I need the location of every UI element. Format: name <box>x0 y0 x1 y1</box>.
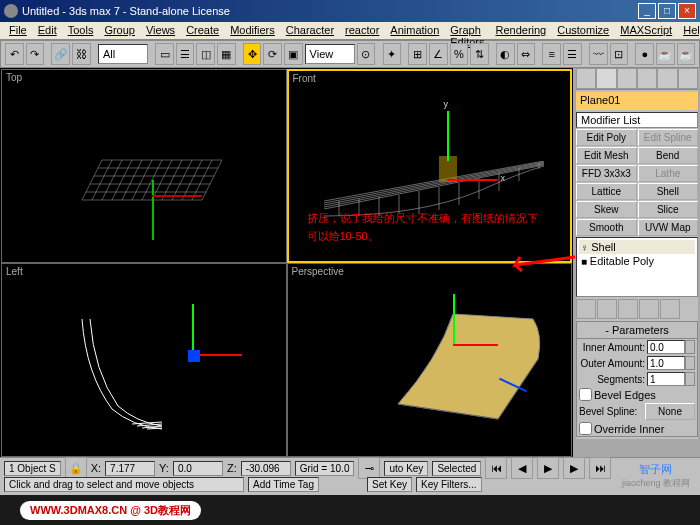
y-field[interactable]: 0.0 <box>173 461 223 476</box>
render-scene-icon[interactable]: ☕ <box>656 43 675 65</box>
menu-help[interactable]: Help <box>678 22 700 39</box>
menu-file[interactable]: File <box>4 22 32 39</box>
spinner-snap-icon[interactable]: ⇅ <box>470 43 489 65</box>
menu-reactor[interactable]: reactor <box>340 22 384 39</box>
mod-ffd[interactable]: FFD 3x3x3 <box>576 165 637 182</box>
layers-icon[interactable]: ☰ <box>563 43 582 65</box>
viewport-left[interactable]: Left <box>1 263 287 457</box>
time-tag[interactable]: Add Time Tag <box>248 477 319 492</box>
menu-group[interactable]: Group <box>99 22 140 39</box>
bevel-spline-button[interactable]: None <box>645 403 695 420</box>
mod-shell[interactable]: Shell <box>638 183 699 200</box>
maximize-button[interactable]: □ <box>658 3 676 19</box>
display-tab-icon[interactable] <box>657 68 677 89</box>
scale-icon[interactable]: ▣ <box>284 43 303 65</box>
create-tab-icon[interactable] <box>576 68 596 89</box>
window-crossing-icon[interactable]: ▦ <box>217 43 236 65</box>
angle-snap-icon[interactable]: ∠ <box>429 43 448 65</box>
minimize-button[interactable]: _ <box>638 3 656 19</box>
mod-slice[interactable]: Slice <box>638 201 699 218</box>
menu-animation[interactable]: Animation <box>385 22 444 39</box>
x-field[interactable]: 7.177 <box>105 461 155 476</box>
ref-coord-dropdown[interactable]: View <box>305 44 355 64</box>
remove-mod-icon[interactable] <box>639 299 659 319</box>
select-icon[interactable]: ▭ <box>155 43 174 65</box>
override-inner-checkbox[interactable] <box>579 422 592 435</box>
viewport-front[interactable]: Front y x 挤压，说了我给的尺寸不准确，有图纸的情况下 可以给10-50… <box>287 69 573 263</box>
rollout-header[interactable]: - Parameters <box>577 322 697 339</box>
modifier-list-dropdown[interactable]: Modifier List <box>576 112 698 128</box>
spinner-icon[interactable] <box>685 340 695 354</box>
mirror-icon[interactable]: ⇔ <box>517 43 536 65</box>
viewport-top[interactable]: Top <box>1 69 287 263</box>
snap-icon[interactable]: ⊞ <box>408 43 427 65</box>
mod-skew[interactable]: Skew <box>576 201 637 218</box>
autokey-button[interactable]: uto Key <box>384 461 428 476</box>
stack-editable-poly[interactable]: ■ Editable Poly <box>579 254 695 268</box>
bevel-edges-checkbox[interactable] <box>579 388 592 401</box>
menu-create[interactable]: Create <box>181 22 224 39</box>
mod-edit-poly[interactable]: Edit Poly <box>576 129 637 146</box>
schematic-icon[interactable]: ⊡ <box>610 43 629 65</box>
segments-field[interactable] <box>647 372 685 386</box>
spinner-icon[interactable] <box>685 356 695 370</box>
close-button[interactable]: × <box>678 3 696 19</box>
menu-modifiers[interactable]: Modifiers <box>225 22 280 39</box>
show-end-icon[interactable] <box>597 299 617 319</box>
undo-icon[interactable]: ↶ <box>5 43 24 65</box>
menu-views[interactable]: Views <box>141 22 180 39</box>
curve-editor-icon[interactable]: 〰 <box>589 43 608 65</box>
stack-shell[interactable]: ♀ Shell <box>579 240 695 254</box>
menu-maxscript[interactable]: MAXScript <box>615 22 677 39</box>
link-icon[interactable]: 🔗 <box>51 43 70 65</box>
configure-icon[interactable] <box>660 299 680 319</box>
unique-icon[interactable] <box>618 299 638 319</box>
menu-edit[interactable]: Edit <box>33 22 62 39</box>
mod-bend[interactable]: Bend <box>638 147 699 164</box>
pivot-icon[interactable]: ⊙ <box>357 43 376 65</box>
outer-amount-field[interactable] <box>647 356 685 370</box>
select-name-icon[interactable]: ☰ <box>176 43 195 65</box>
move-icon[interactable]: ✥ <box>243 43 262 65</box>
selection-filter-dropdown[interactable]: All <box>98 44 148 64</box>
z-field[interactable]: -30.096 <box>241 461 291 476</box>
mod-smooth[interactable]: Smooth <box>576 219 637 236</box>
mod-lattice[interactable]: Lattice <box>576 183 637 200</box>
utilities-tab-icon[interactable] <box>678 68 698 89</box>
viewport-perspective[interactable]: Perspective <box>287 263 573 457</box>
menu-rendering[interactable]: Rendering <box>490 22 551 39</box>
quick-render-icon[interactable]: ☕ <box>677 43 696 65</box>
redo-icon[interactable]: ↷ <box>26 43 45 65</box>
menu-grapheditors[interactable]: Graph Editors <box>445 22 489 39</box>
mod-uvw[interactable]: UVW Map <box>638 219 699 236</box>
named-sel-icon[interactable]: ◐ <box>496 43 515 65</box>
modify-tab-icon[interactable] <box>596 68 616 89</box>
align-icon[interactable]: ≡ <box>542 43 561 65</box>
pin-stack-icon[interactable] <box>576 299 596 319</box>
rotate-icon[interactable]: ⟳ <box>263 43 282 65</box>
material-icon[interactable]: ● <box>635 43 654 65</box>
setkey-button[interactable]: Set Key <box>367 477 412 492</box>
menu-character[interactable]: Character <box>281 22 339 39</box>
mod-edit-mesh[interactable]: Edit Mesh <box>576 147 637 164</box>
hierarchy-tab-icon[interactable] <box>617 68 637 89</box>
keyfilters-button[interactable]: Key Filters... <box>416 477 482 492</box>
object-name-field[interactable]: Plane01 <box>576 92 698 110</box>
inner-amount-field[interactable] <box>647 340 685 354</box>
axis-x-icon <box>447 179 497 181</box>
spinner-icon[interactable] <box>685 372 695 386</box>
modifier-stack[interactable]: ♀ Shell ■ Editable Poly <box>576 237 698 297</box>
unlink-icon[interactable]: ⛓ <box>72 43 91 65</box>
play-icon[interactable]: ▶ <box>537 457 559 479</box>
goto-end-icon[interactable]: ⏭ <box>589 457 611 479</box>
manipulate-icon[interactable]: ✦ <box>383 43 402 65</box>
menu-tools[interactable]: Tools <box>63 22 99 39</box>
next-frame-icon[interactable]: ▶ <box>563 457 585 479</box>
percent-snap-icon[interactable]: % <box>450 43 469 65</box>
goto-start-icon[interactable]: ⏮ <box>485 457 507 479</box>
prev-frame-icon[interactable]: ◀ <box>511 457 533 479</box>
select-region-icon[interactable]: ◫ <box>196 43 215 65</box>
selected-dropdown[interactable]: Selected <box>432 461 481 476</box>
menu-customize[interactable]: Customize <box>552 22 614 39</box>
motion-tab-icon[interactable] <box>637 68 657 89</box>
